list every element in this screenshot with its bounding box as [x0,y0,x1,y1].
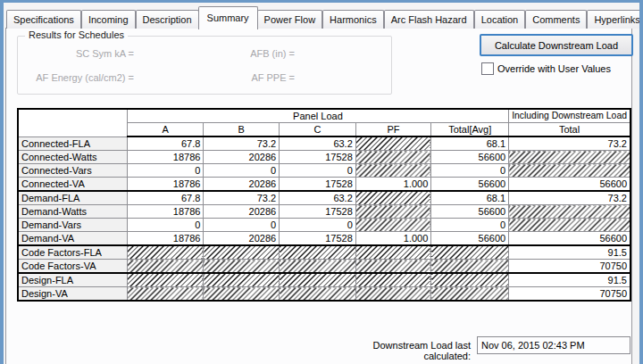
summary-tab-page: Results for Schedules SC Sym kA = AFB (i… [5,28,632,364]
panel-editor-dialog: SpecificationsIncomingDescriptionSummary… [0,0,643,364]
af-energy-label: AF Energy (cal/cm2) = [18,72,134,83]
hatch-cell [509,219,630,232]
panel-load-table: Panel Load Including Downstream Load A B… [17,108,631,302]
value-cell: 73.2 [204,191,280,205]
value-cell: 18786 [127,232,204,246]
table-row: Demand-VA1878620286175281.0005660056600 [18,232,630,246]
row-label: Design-FLA [18,273,127,287]
hatch-cell [355,245,431,260]
row-label: Code Factors-VA [18,260,127,274]
value-cell: 63.2 [280,191,356,205]
hatch-cell [431,273,509,287]
tab-comments[interactable]: Comments [525,10,587,29]
table-row: Connected-Watts18786202861752856600 [18,151,630,164]
value-cell: 68.1 [431,136,509,151]
downstream-last-calculated-label: Downstream Load last calculated: [328,340,471,361]
value-cell: 20286 [204,178,280,192]
value-cell: 0 [280,164,356,178]
hatch-cell [355,287,431,302]
hatch-cell [355,164,431,178]
hatch-cell [127,245,204,260]
row-label: Code Factors-FLA [18,245,127,260]
row-label: Connected-Watts [18,151,127,164]
value-cell: 0 [204,219,280,232]
load-table-body: Connected-FLA67.873.263.268.173.2Connect… [18,136,630,301]
hatch-cell [204,287,280,302]
value-cell: 17528 [280,151,356,164]
hatch-cell [280,245,356,260]
hatch-cell [127,273,204,287]
hatch-cell [355,151,431,164]
hatch-cell [431,260,509,274]
value-cell: 0 [204,164,280,178]
col-header-b: B [204,123,280,137]
checkbox-label: Override with User Values [497,63,611,74]
afb-in-label: AFB (in) = [170,48,295,59]
checkbox-box[interactable] [481,62,494,75]
value-cell: 56600 [431,232,509,246]
tab-power-flow[interactable]: Power Flow [257,10,322,29]
tab-specifications[interactable]: Specifications [6,10,81,29]
override-with-user-values-checkbox[interactable]: Override with User Values [481,62,611,75]
hatch-cell [355,136,431,151]
hatch-cell [509,151,630,164]
groupbox-title: Results for Schedules [25,29,128,40]
hatch-cell [355,273,431,287]
value-cell: 0 [280,219,356,232]
value-cell: 70750 [509,287,630,302]
table-row: Demand-Vars0000 [18,219,630,232]
value-cell: 73.2 [204,136,280,151]
value-cell: 67.8 [127,136,204,151]
hatch-cell [509,164,630,178]
hatch-cell [431,245,509,260]
value-cell: 17528 [280,205,356,219]
table-row: Code Factors-FLA91.5 [18,245,630,260]
value-cell: 1.000 [355,178,431,192]
tab-location[interactable]: Location [474,10,526,29]
tab-hyperlinks[interactable]: Hyperlinks [587,10,643,29]
table-row: Design-FLA91.5 [18,273,630,287]
tab-arc-flash-hazard[interactable]: Arc Flash Hazard [384,10,474,29]
value-cell: 67.8 [127,191,204,205]
value-cell: 56600 [509,178,630,192]
col-header-total-avg: Total[Avg] [431,123,509,137]
table-row: Connected-FLA67.873.263.268.173.2 [18,136,630,151]
hatch-cell [280,273,356,287]
tab-description[interactable]: Description [136,10,199,29]
row-label: Connected-VA [18,178,127,192]
value-cell: 1.000 [355,232,431,246]
value-cell: 18786 [127,151,204,164]
row-label: Design-VA [18,287,127,302]
downstream-last-calculated-value[interactable]: Nov 06, 2015 02:43 PM [477,336,630,354]
including-downstream-load-header: Including Downstream Load [509,109,630,123]
value-cell: 56600 [431,151,509,164]
row-label: Demand-Watts [18,205,127,219]
calculate-downstream-load-button[interactable]: Calculate Downstream Load [480,34,633,56]
tab-incoming[interactable]: Incoming [81,10,136,29]
hatch-cell [509,205,630,219]
value-cell: 0 [431,164,509,178]
row-label: Connected-FLA [18,136,127,151]
value-cell: 17528 [280,178,356,192]
table-row: Demand-Watts18786202861752856600 [18,205,630,219]
value-cell: 56600 [509,232,630,246]
hatch-cell [355,260,431,274]
value-cell: 73.2 [509,191,630,205]
results-for-schedules-groupbox: Results for Schedules SC Sym kA = AFB (i… [17,36,392,95]
tab-harmonics[interactable]: Harmonics [322,10,384,29]
panel-load-header: Panel Load [127,109,508,123]
table-row: Connected-VA1878620286175281.00056600566… [18,178,630,192]
hatch-cell [280,287,356,302]
value-cell: 20286 [204,205,280,219]
tab-bar: SpecificationsIncomingDescriptionSummary… [6,5,630,29]
value-cell: 0 [431,219,509,232]
col-header-pf: PF [355,123,431,137]
value-cell: 91.5 [509,273,630,287]
hatch-cell [127,287,204,302]
value-cell: 0 [127,164,204,178]
tab-summary[interactable]: Summary [198,6,258,29]
value-cell: 56600 [431,205,509,219]
value-cell: 20286 [204,232,280,246]
value-cell: 73.2 [509,136,630,151]
hatch-cell [355,191,431,205]
